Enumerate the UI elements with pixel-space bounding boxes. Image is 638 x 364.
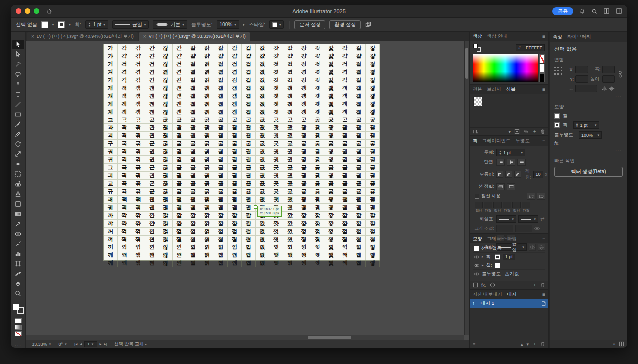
stroke-weight-field[interactable]: ▲▼ 1 pt ▾ — [85, 20, 108, 29]
glyph-cell[interactable]: 긜 — [186, 172, 200, 180]
glyph-cell[interactable]: 귘 — [338, 156, 352, 164]
glyph-cell[interactable]: 긓 — [366, 164, 380, 172]
glyph-cell[interactable]: 꼍 — [352, 236, 366, 243]
glyph-cell[interactable]: 귳 — [324, 188, 338, 196]
glyph-cell[interactable]: 괱 — [352, 196, 366, 204]
glyph-cell[interactable]: 깬 — [145, 251, 159, 259]
x-field[interactable] — [575, 66, 588, 73]
glyph-cell[interactable]: 괘 — [104, 196, 118, 204]
glyph-cell[interactable]: 겲 — [214, 68, 228, 76]
glyph-cell[interactable]: 갦 — [214, 84, 228, 92]
glyph-cell[interactable]: 굡 — [242, 180, 256, 188]
glyph-cell[interactable]: 굲 — [159, 140, 173, 148]
glyph-cell[interactable]: 겡 — [297, 100, 311, 108]
glyph-cell[interactable]: 긂 — [214, 164, 228, 172]
glyph-cell[interactable]: 굘 — [186, 180, 200, 188]
glyph-cell[interactable]: 겧 — [366, 100, 380, 108]
glyph-cell[interactable]: 깯 — [173, 251, 187, 259]
glyph-cell[interactable]: 곹 — [352, 116, 366, 124]
arrow-start-dropdown[interactable]: ▾ — [496, 215, 516, 223]
glyph-cell[interactable]: 궫 — [173, 204, 187, 212]
glyph-cell[interactable]: 겝 — [242, 100, 256, 108]
glyph-cell[interactable]: 껽 — [200, 236, 214, 243]
arrow-align-end-button[interactable] — [507, 235, 515, 242]
glyph-cell[interactable]: 굌 — [338, 132, 352, 140]
appearance-opacity-value[interactable]: 초기값 — [505, 271, 519, 277]
glyph-cell[interactable]: 껞 — [159, 259, 173, 267]
glyph-cell[interactable]: 걂 — [214, 52, 228, 60]
artboard-name[interactable]: 대지 1 — [481, 300, 494, 307]
glyph-cell[interactable]: 깥 — [352, 212, 366, 220]
glyph-cell[interactable]: 궑 — [200, 148, 214, 156]
document-tab-active[interactable]: × VT (ㄱ) (ㅂ) (ㅅ).svg* @ 33.33%(RGB/미리 보기… — [139, 32, 250, 41]
glyph-cell[interactable]: 곸 — [338, 116, 352, 124]
glyph-cell[interactable]: 골 — [186, 116, 200, 124]
glyph-cell[interactable]: 가 — [104, 44, 118, 52]
tool-zoom[interactable] — [12, 289, 24, 298]
gap-field[interactable] — [484, 202, 492, 208]
glyph-cell[interactable]: 굥 — [297, 180, 311, 188]
arrow-end-dropdown[interactable]: ▾ — [518, 215, 538, 223]
glyph-cell[interactable]: 꺔 — [228, 220, 242, 228]
glyph-cell[interactable]: 긺 — [214, 76, 228, 84]
glyph-cell[interactable]: 껬 — [283, 259, 297, 267]
join-round-button[interactable] — [505, 171, 512, 178]
glyph-cell[interactable]: 껭 — [297, 259, 311, 267]
glyph-cell[interactable]: 괩 — [242, 196, 256, 204]
glyph-cell[interactable]: 깣 — [324, 212, 338, 220]
glyph-cell[interactable]: 곁 — [352, 68, 366, 76]
glyph-cell[interactable]: 꺍 — [200, 220, 214, 228]
glyph-cell[interactable]: 깃 — [269, 76, 283, 84]
glyph-cell[interactable]: 겟 — [269, 100, 283, 108]
glyph-cell[interactable]: 귛 — [366, 156, 380, 164]
appearance-stroke-weight[interactable]: 1 pt — [503, 254, 515, 260]
glyph-cell[interactable]: 끾 — [131, 243, 145, 251]
glyph-cell[interactable]: 궒 — [214, 148, 228, 156]
dash-field[interactable] — [493, 202, 502, 208]
glyph-cell[interactable]: 곔 — [228, 108, 242, 116]
glyph-cell[interactable]: 곕 — [242, 108, 256, 116]
next-artboard-icon[interactable]: ▸ — [100, 342, 102, 346]
glyph-cell[interactable]: 긁 — [200, 164, 214, 172]
glyph-cell[interactable]: 껑 — [297, 228, 311, 236]
glyph-cell[interactable]: 곙 — [297, 108, 311, 116]
glyph-cell[interactable]: 낅 — [200, 243, 214, 251]
glyph-cell[interactable]: 껡 — [200, 259, 214, 267]
visibility-eye-icon[interactable] — [474, 263, 479, 268]
collapse-dock-icon[interactable]: » — [613, 342, 615, 347]
link-scale-icon[interactable] — [534, 226, 540, 231]
glyph-cell[interactable]: 귿 — [173, 164, 187, 172]
glyph-cell[interactable]: 꼆 — [256, 236, 270, 243]
glyph-cell[interactable]: 껄 — [186, 228, 200, 236]
symbol-libraries-menu-icon[interactable]: ▾ — [508, 129, 511, 134]
glyph-cell[interactable]: 괻 — [173, 132, 187, 140]
panel-menu-icon[interactable]: ≡ — [542, 292, 545, 297]
glyph-cell[interactable]: 걯 — [366, 92, 380, 100]
more-options-icon[interactable]: ··· — [554, 92, 623, 99]
glyph-cell[interactable]: 겣 — [324, 100, 338, 108]
panel-menu-icon[interactable]: ≡ — [542, 87, 545, 92]
tool-direct-selection[interactable] — [12, 50, 24, 59]
glyph-cell[interactable]: 곃 — [366, 68, 380, 76]
glyph-cell[interactable]: 껪 — [256, 259, 270, 267]
glyph-cell[interactable]: 곲 — [256, 116, 270, 124]
artboard-number-dropdown[interactable]: 1▼ — [84, 341, 97, 347]
horizontal-scroll-thumb[interactable] — [308, 336, 351, 339]
glyph-cell[interactable]: 궞 — [311, 148, 325, 156]
width-profile-dropdown[interactable]: 기본 ▾ — [153, 20, 187, 29]
glyph-cell[interactable]: 굦 — [311, 180, 325, 188]
glyph-cell[interactable]: 걊 — [256, 52, 270, 60]
glyph-cell[interactable]: 깝 — [242, 212, 256, 220]
effects-fx-icon[interactable]: fx. — [481, 283, 486, 288]
glyph-cell[interactable]: 깂 — [256, 76, 270, 84]
align-inside-button[interactable] — [507, 183, 515, 190]
glyph-cell[interactable]: 곍 — [200, 108, 214, 116]
stroke-weight-stepper[interactable]: ▲▼ — [88, 22, 91, 27]
glyph-cell[interactable]: 깍 — [118, 212, 132, 220]
glyph-cell[interactable]: 귕 — [297, 156, 311, 164]
glyph-cell[interactable]: 긛 — [173, 172, 187, 180]
glyph-cell[interactable]: 궪 — [159, 204, 173, 212]
glyph-cell[interactable]: 굅 — [242, 132, 256, 140]
notifications-bell-icon[interactable] — [579, 8, 585, 14]
glyph-cell[interactable]: 긐 — [338, 164, 352, 172]
